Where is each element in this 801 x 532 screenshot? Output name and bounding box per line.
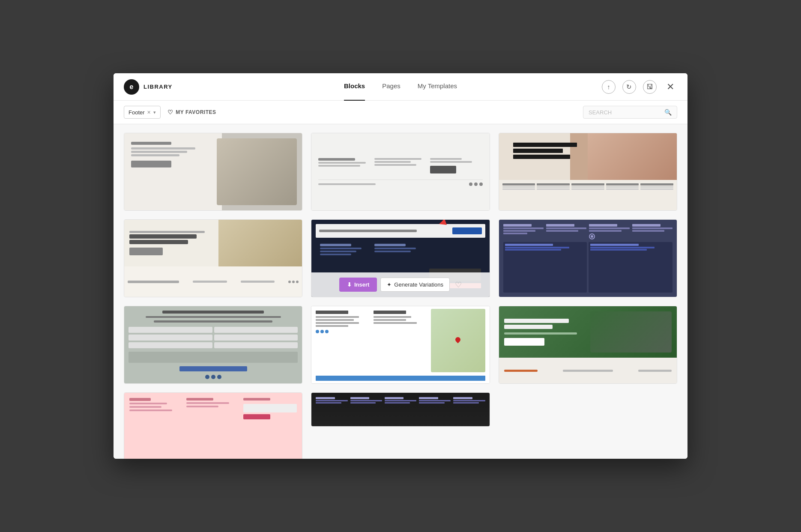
template-card[interactable] [311, 306, 490, 384]
brand: e LIBRARY [124, 79, 173, 95]
card-preview [311, 306, 489, 383]
template-card[interactable] [124, 392, 302, 459]
template-card[interactable] [499, 219, 677, 297]
template-card[interactable] [124, 219, 302, 297]
card-preview [311, 133, 489, 210]
card-preview [124, 133, 302, 210]
card-preview [499, 220, 677, 297]
card-preview [124, 306, 302, 383]
close-icon: ✕ [667, 81, 674, 93]
template-card[interactable]: ⬇ Insert ✦ Generate Variations ♡ [311, 219, 490, 297]
tab-blocks[interactable]: Blocks [344, 82, 365, 91]
card-preview [124, 220, 302, 297]
templates-grid: ⬇ Insert ✦ Generate Variations ♡ [124, 133, 677, 459]
refresh-icon: ↻ [626, 83, 632, 91]
template-card[interactable] [499, 133, 677, 211]
template-card[interactable] [499, 306, 677, 384]
templates-content: ⬇ Insert ✦ Generate Variations ♡ [114, 124, 687, 459]
upload-button[interactable]: ↑ [602, 80, 616, 94]
library-modal: e LIBRARY Blocks Pages My Templates ↑ ↻ … [114, 73, 687, 459]
tab-my-templates[interactable]: My Templates [418, 82, 457, 91]
heart-icon: ♡ [455, 281, 462, 289]
filter-value: Footer [129, 109, 145, 116]
header-actions: ↑ ↻ 🖫 ✕ [602, 80, 677, 94]
card-actions-overlay: ⬇ Insert ✦ Generate Variations ♡ [311, 272, 489, 297]
brand-name: LIBRARY [143, 84, 173, 90]
modal-header: e LIBRARY Blocks Pages My Templates ↑ ↻ … [114, 73, 687, 101]
card-preview [499, 306, 677, 383]
favorites-filter-button[interactable]: ♡ MY FAVORITES [167, 109, 216, 116]
sparkle-icon: ✦ [387, 281, 392, 288]
card-preview [311, 393, 489, 427]
search-input[interactable] [589, 109, 664, 116]
template-card[interactable] [124, 306, 302, 384]
tab-pages[interactable]: Pages [382, 82, 400, 91]
generate-variations-button[interactable]: ✦ Generate Variations [380, 278, 450, 292]
close-button[interactable]: ✕ [664, 80, 677, 94]
filter-clear-button[interactable]: × [147, 109, 151, 116]
brand-logo: e [124, 79, 139, 95]
card-preview [124, 393, 302, 459]
save-icon: 🖫 [646, 83, 653, 91]
template-card[interactable] [311, 133, 490, 211]
category-filter[interactable]: Footer × ▾ [124, 106, 161, 119]
nav-tabs: Blocks Pages My Templates [344, 82, 457, 91]
download-icon: ⬇ [347, 281, 352, 288]
template-card[interactable] [311, 392, 490, 427]
search-container: 🔍 [583, 106, 677, 119]
brand-logo-icon: e [130, 83, 134, 91]
favorite-button[interactable]: ♡ [455, 280, 462, 290]
filter-arrow-icon: ▾ [153, 110, 156, 115]
template-card[interactable] [124, 133, 302, 211]
save-button[interactable]: 🖫 [643, 80, 657, 94]
search-icon: 🔍 [664, 109, 672, 116]
card-preview [499, 133, 677, 210]
insert-button[interactable]: ⬇ Insert [339, 278, 377, 292]
heart-icon: ♡ [167, 109, 173, 116]
toolbar: Footer × ▾ ♡ MY FAVORITES 🔍 [114, 101, 687, 124]
refresh-button[interactable]: ↻ [622, 80, 636, 94]
upload-icon: ↑ [607, 83, 610, 90]
